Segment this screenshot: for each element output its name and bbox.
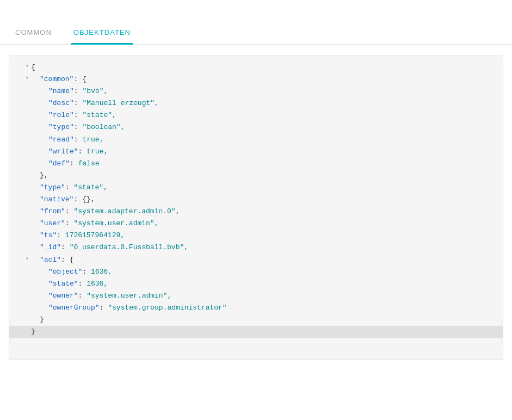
json-code: "state": 1636, — [31, 278, 501, 290]
json-line: "role": "state", — [9, 109, 503, 121]
json-toggle[interactable]: ▾ — [11, 73, 31, 83]
tab-objektdaten[interactable]: OBJEKTDATEN — [71, 24, 133, 45]
json-line: "object": 1636, — [9, 266, 503, 278]
json-code: "from": "system.adapter.admin.0", — [31, 206, 501, 218]
json-line: "_id": "0_userdata.0.Fussball.bvb", — [9, 242, 503, 254]
json-line: "desc": "Manuell erzeugt", — [9, 97, 503, 109]
json-code: } — [31, 314, 501, 326]
json-code: "owner": "system.user.admin", — [31, 290, 501, 302]
page-header — [0, 0, 512, 11]
json-code: "type": "boolean", — [31, 121, 501, 133]
json-code: "read": true, — [31, 134, 501, 146]
json-line: "name": "bvb", — [9, 85, 503, 97]
json-line: "read": true, — [9, 134, 503, 146]
json-line: "native": {}, — [9, 194, 503, 206]
json-code: { — [31, 61, 501, 73]
json-code: "ts": 1726157964129, — [31, 230, 501, 242]
json-line: "from": "system.adapter.admin.0", — [9, 206, 503, 218]
json-line: "ts": 1726157964129, — [9, 230, 503, 242]
json-code: "desc": "Manuell erzeugt", — [31, 97, 501, 109]
json-line: } — [9, 314, 503, 326]
json-line: "type": "state", — [9, 182, 503, 194]
json-line: ▾"acl": { — [9, 254, 503, 266]
json-code: "_id": "0_userdata.0.Fussball.bvb", — [31, 242, 501, 254]
json-line: ▾{ — [9, 61, 503, 73]
json-code: "acl": { — [31, 254, 501, 266]
json-code: "user": "system.user.admin", — [31, 218, 501, 230]
json-code: "common": { — [31, 73, 501, 85]
json-code: "object": 1636, — [31, 266, 501, 278]
json-line: "write": true, — [9, 146, 503, 158]
json-line: ▾"common": { — [9, 73, 503, 85]
json-code: "write": true, — [31, 146, 501, 158]
json-toggle[interactable]: ▾ — [11, 254, 31, 263]
json-line: "state": 1636, — [9, 278, 503, 290]
json-code: "ownerGroup": "system.group.administrato… — [31, 302, 501, 314]
tabs-bar: COMMONOBJEKTDATEN — [0, 15, 512, 45]
json-line: "ownerGroup": "system.group.administrato… — [9, 302, 503, 314]
json-line: } — [9, 326, 503, 338]
json-line: "def": false — [9, 158, 503, 170]
json-code: }, — [31, 170, 501, 182]
json-viewer: ▾{▾"common": {"name": "bvb","desc": "Man… — [9, 56, 503, 343]
json-code: "def": false — [31, 158, 501, 170]
json-toggle[interactable]: ▾ — [11, 61, 31, 71]
json-line: }, — [9, 170, 503, 182]
json-line: "user": "system.user.admin", — [9, 218, 503, 230]
json-code: "role": "state", — [31, 109, 501, 121]
json-code: "native": {}, — [31, 194, 501, 206]
json-code: "type": "state", — [31, 182, 501, 194]
tab-common[interactable]: COMMON — [13, 24, 54, 44]
json-line: "type": "boolean", — [9, 121, 503, 133]
json-code: "name": "bvb", — [31, 85, 501, 97]
json-line: "owner": "system.user.admin", — [9, 290, 503, 302]
content-area: ▾{▾"common": {"name": "bvb","desc": "Man… — [9, 55, 503, 360]
json-code: } — [31, 326, 501, 338]
